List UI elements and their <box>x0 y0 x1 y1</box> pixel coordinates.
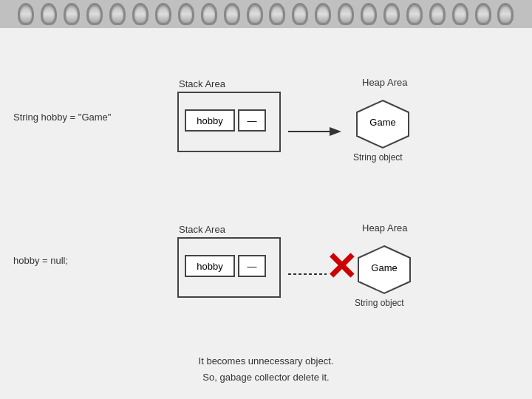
footer-line1: It becomes unnecessary object. <box>199 355 334 366</box>
top-game-label: Game <box>353 117 412 128</box>
spiral-ring <box>452 3 468 25</box>
bottom-string-object-label: String object <box>355 298 404 308</box>
bottom-heap-hexagon: Game <box>355 245 414 295</box>
bottom-stack-area-box: Stack Area hobby — <box>177 237 281 298</box>
spiral-binding <box>0 0 532 28</box>
spiral-ring <box>18 3 34 25</box>
spiral-ring <box>64 3 80 25</box>
bottom-code-label: hobby = null; <box>13 255 68 266</box>
diagram-top: String hobby = "Game" Stack Area hobby —… <box>0 71 532 204</box>
spiral-ring <box>155 3 171 25</box>
spiral-ring <box>109 3 126 25</box>
top-heap-hexagon: Game <box>353 99 412 149</box>
top-arrow-box: — <box>238 109 266 132</box>
top-string-object-label: String object <box>353 152 403 163</box>
footer-note: It becomes unnecessary object. So, gabag… <box>0 353 532 386</box>
bottom-heap-area-label: Heap Area <box>362 222 407 233</box>
spiral-ring <box>338 3 354 25</box>
spiral-ring <box>383 3 400 25</box>
spiral-ring <box>41 3 57 25</box>
spiral-ring <box>429 3 446 25</box>
spiral-ring <box>269 3 285 25</box>
top-code-label: String hobby = "Game" <box>13 112 111 123</box>
spiral-ring <box>201 3 217 25</box>
spiral-ring <box>178 3 194 25</box>
bottom-stack-area-label: Stack Area <box>179 224 225 235</box>
spiral-ring <box>247 3 263 25</box>
top-arrow-svg <box>288 124 347 139</box>
footer-line2: So, gabage collector delete it. <box>202 372 329 383</box>
top-stack-area-label: Stack Area <box>179 78 225 89</box>
diagram-bottom: hobby = null; Stack Area hobby — ✕ Heap … <box>0 216 532 364</box>
spiral-ring <box>406 3 423 25</box>
notebook-page: String hobby = "Game" Stack Area hobby —… <box>0 28 532 399</box>
top-heap-area-label: Heap Area <box>362 77 407 88</box>
spiral-ring <box>315 3 331 25</box>
spiral-ring <box>475 3 491 25</box>
spiral-ring <box>361 3 377 25</box>
spiral-ring <box>224 3 240 25</box>
spiral-ring <box>132 3 149 25</box>
bottom-game-label: Game <box>355 262 414 273</box>
bottom-arrow-box: — <box>238 255 266 277</box>
bottom-x-mark: ✕ <box>325 248 358 286</box>
spiral-ring <box>86 3 103 25</box>
spiral-ring <box>292 3 308 25</box>
top-hobby-box: hobby <box>185 109 235 132</box>
spiral-ring <box>497 3 514 25</box>
top-stack-area-box: Stack Area hobby — <box>177 92 281 152</box>
bottom-hobby-box: hobby <box>185 255 235 277</box>
